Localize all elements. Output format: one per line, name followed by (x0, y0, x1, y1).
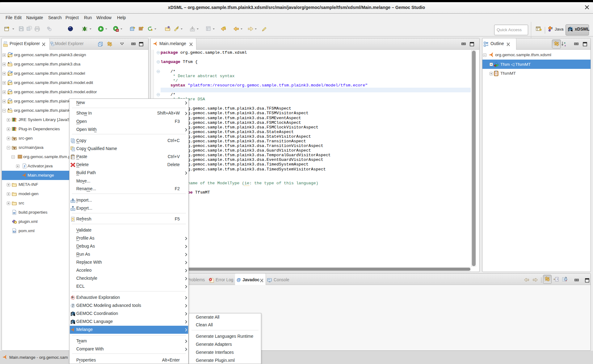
svg-text:J: J (551, 26, 553, 30)
svg-text:J: J (11, 89, 12, 92)
svg-text:!: ! (8, 102, 9, 104)
svg-text:!: ! (8, 93, 9, 94)
svg-text:J: J (11, 80, 12, 83)
svg-text:!: ! (8, 83, 9, 85)
svg-text:!: ! (8, 74, 9, 76)
svg-text:S: S (72, 296, 74, 299)
svg-text:J: J (11, 98, 12, 101)
svg-text:M: M (13, 230, 15, 232)
svg-text:M: M (11, 52, 13, 55)
svg-text:!: ! (8, 56, 9, 57)
svg-text:010: 010 (13, 212, 16, 214)
svg-text:M: M (11, 71, 13, 73)
svg-text:J: J (24, 165, 25, 168)
